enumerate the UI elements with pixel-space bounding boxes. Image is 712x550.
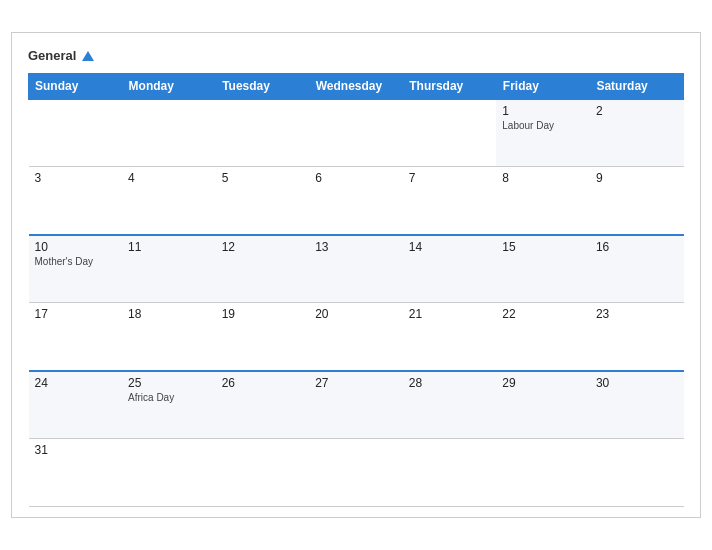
calendar-cell (496, 439, 590, 507)
day-number: 24 (35, 376, 117, 390)
day-number: 22 (502, 307, 584, 321)
day-number: 28 (409, 376, 491, 390)
calendar-cell: 7 (403, 167, 497, 235)
calendar-cell: 27 (309, 371, 403, 439)
calendar-cell: 5 (216, 167, 310, 235)
weekday-monday: Monday (122, 73, 216, 99)
week-row-1: 1Labour Day2 (29, 99, 684, 167)
calendar-cell: 17 (29, 303, 123, 371)
calendar-cell: 31 (29, 439, 123, 507)
calendar-cell: 19 (216, 303, 310, 371)
calendar-cell: 23 (590, 303, 684, 371)
calendar-cell: 8 (496, 167, 590, 235)
holiday-label: Africa Day (128, 392, 210, 403)
weekday-tuesday: Tuesday (216, 73, 310, 99)
calendar-cell (29, 99, 123, 167)
day-number: 17 (35, 307, 117, 321)
calendar-cell: 22 (496, 303, 590, 371)
day-number: 30 (596, 376, 678, 390)
calendar-cell: 6 (309, 167, 403, 235)
calendar-cell (590, 439, 684, 507)
day-number: 11 (128, 240, 210, 254)
weekday-friday: Friday (496, 73, 590, 99)
week-row-6: 31 (29, 439, 684, 507)
day-number: 18 (128, 307, 210, 321)
weekday-saturday: Saturday (590, 73, 684, 99)
logo-general-text: General (28, 49, 94, 63)
day-number: 25 (128, 376, 210, 390)
calendar-cell: 2 (590, 99, 684, 167)
day-number: 23 (596, 307, 678, 321)
calendar-cell (216, 439, 310, 507)
calendar-cell: 25Africa Day (122, 371, 216, 439)
day-number: 2 (596, 104, 678, 118)
day-number: 3 (35, 171, 117, 185)
day-number: 16 (596, 240, 678, 254)
day-number: 31 (35, 443, 117, 457)
calendar-cell: 21 (403, 303, 497, 371)
calendar-cell: 12 (216, 235, 310, 303)
calendar-cell: 18 (122, 303, 216, 371)
calendar-cell: 24 (29, 371, 123, 439)
calendar-cell (216, 99, 310, 167)
day-number: 6 (315, 171, 397, 185)
calendar-cell (309, 99, 403, 167)
calendar-cell: 10Mother's Day (29, 235, 123, 303)
day-number: 26 (222, 376, 304, 390)
calendar-cell: 15 (496, 235, 590, 303)
weekday-thursday: Thursday (403, 73, 497, 99)
day-number: 21 (409, 307, 491, 321)
day-number: 13 (315, 240, 397, 254)
calendar-table: SundayMondayTuesdayWednesdayThursdayFrid… (28, 73, 684, 508)
weekday-header-row: SundayMondayTuesdayWednesdayThursdayFrid… (29, 73, 684, 99)
day-number: 5 (222, 171, 304, 185)
calendar-container: General SundayMondayTuesdayWednesdayThur… (11, 32, 701, 519)
calendar-cell: 28 (403, 371, 497, 439)
logo-triangle-icon (82, 51, 94, 61)
calendar-cell: 9 (590, 167, 684, 235)
calendar-cell (403, 439, 497, 507)
calendar-cell (309, 439, 403, 507)
week-row-2: 3456789 (29, 167, 684, 235)
week-row-5: 2425Africa Day2627282930 (29, 371, 684, 439)
calendar-cell: 20 (309, 303, 403, 371)
calendar-cell: 16 (590, 235, 684, 303)
calendar-cell (122, 439, 216, 507)
calendar-cell: 26 (216, 371, 310, 439)
logo: General (28, 49, 94, 63)
day-number: 10 (35, 240, 117, 254)
holiday-label: Mother's Day (35, 256, 117, 267)
day-number: 7 (409, 171, 491, 185)
week-row-4: 17181920212223 (29, 303, 684, 371)
day-number: 27 (315, 376, 397, 390)
calendar-cell: 13 (309, 235, 403, 303)
day-number: 29 (502, 376, 584, 390)
calendar-cell: 14 (403, 235, 497, 303)
day-number: 4 (128, 171, 210, 185)
weekday-sunday: Sunday (29, 73, 123, 99)
calendar-header: General (28, 49, 684, 63)
calendar-cell: 3 (29, 167, 123, 235)
day-number: 8 (502, 171, 584, 185)
holiday-label: Labour Day (502, 120, 584, 131)
day-number: 14 (409, 240, 491, 254)
day-number: 12 (222, 240, 304, 254)
calendar-cell: 30 (590, 371, 684, 439)
calendar-cell: 1Labour Day (496, 99, 590, 167)
week-row-3: 10Mother's Day111213141516 (29, 235, 684, 303)
day-number: 9 (596, 171, 678, 185)
calendar-cell (122, 99, 216, 167)
calendar-cell: 29 (496, 371, 590, 439)
day-number: 20 (315, 307, 397, 321)
calendar-cell: 4 (122, 167, 216, 235)
calendar-cell: 11 (122, 235, 216, 303)
weekday-wednesday: Wednesday (309, 73, 403, 99)
day-number: 15 (502, 240, 584, 254)
day-number: 19 (222, 307, 304, 321)
day-number: 1 (502, 104, 584, 118)
calendar-cell (403, 99, 497, 167)
